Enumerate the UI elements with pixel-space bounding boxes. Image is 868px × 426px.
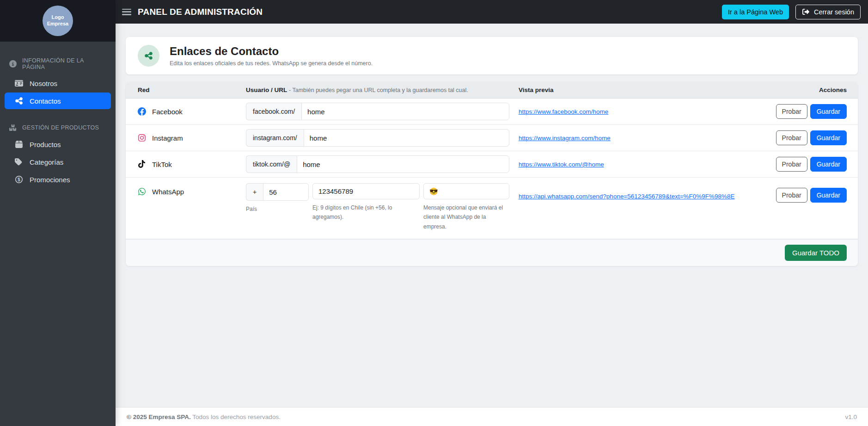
version-label: v1.0: [845, 414, 857, 420]
brand-area: Logo Empresa: [0, 0, 116, 42]
page-header-card: Enlaces de Contacto Edita los enlaces of…: [126, 37, 858, 74]
sidebar-nav: INFORMACIÓN DE LA PÁGINA Nosotros Contac…: [0, 42, 116, 188]
instagram-username-input[interactable]: [304, 129, 509, 147]
facebook-preview-link[interactable]: https://www.facebook.com/home: [519, 108, 608, 115]
message-field: Mensaje opcional que enviará el cliente …: [423, 183, 509, 231]
facebook-guardar-button[interactable]: Guardar: [810, 104, 847, 119]
phone-number-input[interactable]: [312, 183, 420, 199]
network-label: Instagram: [152, 134, 183, 142]
sidebar-item-productos[interactable]: Productos: [5, 136, 111, 153]
col-header-vista-previa: Vista previa: [519, 86, 776, 93]
menu-toggle-icon[interactable]: [122, 9, 131, 15]
section-label: INFORMACIÓN DE LA PÁGINA: [22, 57, 106, 70]
plus-prefix: +: [246, 183, 263, 201]
topbar: PANEL DE ADMINISTRACIÓN Ir a la Página W…: [116, 0, 868, 24]
facebook-url-group: facebook.com/: [246, 103, 509, 120]
network-label: TikTok: [152, 161, 172, 168]
col-header-usuario: Usuario / URL - También puedes pegar una…: [246, 86, 519, 93]
section-gestion-productos: GESTIÓN DE PRODUCTOS: [5, 120, 111, 135]
share-icon-badge: [138, 45, 159, 67]
table-row-facebook: Facebook facebook.com/ https://www.faceb…: [126, 99, 858, 125]
facebook-username-input[interactable]: [301, 103, 509, 120]
whatsapp-probar-button[interactable]: Probar: [776, 188, 807, 203]
app-title: PANEL DE ADMINISTRACIÓN: [138, 7, 715, 17]
sidebar-item-categorias[interactable]: Categorías: [5, 154, 111, 170]
tiktok-preview-link[interactable]: https://www.tiktok.com/@home: [519, 161, 604, 168]
sidebar-item-label: Nosotros: [30, 80, 57, 87]
logout-button[interactable]: Cerrar sesión: [795, 5, 861, 19]
sidebar-item-label: Productos: [30, 141, 61, 148]
share-nodes-icon: [15, 97, 23, 105]
svg-text:$: $: [18, 177, 20, 182]
whatsapp-icon: [138, 187, 146, 196]
instagram-url-group: instagram.com/: [246, 129, 509, 147]
sidebar-item-label: Contactos: [30, 97, 61, 105]
sidebar-item-contactos[interactable]: Contactos: [5, 93, 111, 109]
col-header-acciones: Acciones: [776, 86, 858, 93]
facebook-probar-button[interactable]: Probar: [776, 104, 807, 119]
guardar-todo-button[interactable]: Guardar TODO: [785, 245, 847, 261]
page-footer: © 2025 Empresa SPA. Todos los derechos r…: [116, 407, 868, 426]
section-label: GESTIÓN DE PRODUCTOS: [22, 124, 99, 131]
tiktok-username-input[interactable]: [297, 155, 509, 173]
tiktok-icon: [138, 160, 146, 168]
dollar-circle-icon: $: [15, 175, 23, 184]
tiktok-url-prefix: tiktok.com/@: [246, 155, 297, 173]
tiktok-url-group: tiktok.com/@: [246, 155, 509, 173]
page-subtitle: Edita los enlaces oficiales de tus redes…: [170, 60, 373, 67]
logout-label: Cerrar sesión: [814, 8, 854, 16]
phone-help: Ej: 9 dígitos en Chile (sin +56, lo agre…: [312, 203, 420, 222]
whatsapp-message-input[interactable]: [423, 183, 509, 199]
country-code-input[interactable]: [263, 183, 309, 201]
tag-icon: [15, 158, 23, 166]
tiktok-guardar-button[interactable]: Guardar: [810, 157, 847, 172]
sidebar-item-nosotros[interactable]: Nosotros: [5, 75, 111, 92]
col-header-red: Red: [126, 86, 246, 93]
sidebar-item-label: Promociones: [30, 176, 70, 184]
logo-line1: Logo: [52, 14, 64, 21]
sidebar-item-promociones[interactable]: $ Promociones: [5, 171, 111, 188]
page-title: Enlaces de Contacto: [170, 45, 373, 58]
network-label: WhatsApp: [152, 188, 184, 196]
whatsapp-guardar-button[interactable]: Guardar: [810, 188, 847, 203]
id-card-icon: [15, 79, 23, 87]
company-logo: Logo Empresa: [43, 6, 73, 36]
info-circle-icon: [9, 60, 17, 68]
instagram-guardar-button[interactable]: Guardar: [810, 130, 847, 145]
logo-line2: Empresa: [47, 21, 68, 27]
country-code-help: País: [246, 204, 309, 214]
instagram-preview-link[interactable]: https://www.instagram.com/home: [519, 135, 611, 142]
table-row-instagram: Instagram instagram.com/ https://www.ins…: [126, 125, 858, 151]
box-icon: [15, 140, 23, 148]
table-row-tiktok: TikTok tiktok.com/@ https://www.tiktok.c…: [126, 151, 858, 178]
table-row-whatsapp: WhatsApp + País Ej: 9 dígitos en Chile (…: [126, 178, 858, 239]
facebook-icon: [138, 107, 146, 116]
copyright-text: © 2025 Empresa SPA. Todos los derechos r…: [127, 414, 281, 420]
facebook-url-prefix: facebook.com/: [246, 103, 301, 120]
sidebar: Logo Empresa INFORMACIÓN DE LA PÁGINA No…: [0, 0, 116, 426]
country-code-field: + País: [246, 183, 309, 214]
instagram-icon: [138, 134, 146, 142]
network-label: Facebook: [152, 108, 183, 116]
main-content: Enlaces de Contacto Edita los enlaces of…: [116, 24, 868, 407]
message-help: Mensaje opcional que enviará el cliente …: [423, 203, 509, 231]
share-nodes-icon: [144, 51, 153, 60]
tiktok-probar-button[interactable]: Probar: [776, 157, 807, 172]
usuario-hint: - También puedes pegar una URL completa …: [289, 87, 468, 93]
whatsapp-preview-link[interactable]: https://api.whatsapp.com/send?phone=5612…: [519, 193, 735, 200]
table-header-row: Red Usuario / URL - También puedes pegar…: [126, 82, 858, 99]
logout-icon: [802, 8, 810, 15]
instagram-probar-button[interactable]: Probar: [776, 130, 807, 145]
instagram-url-prefix: instagram.com/: [246, 129, 304, 147]
phone-field: Ej: 9 dígitos en Chile (sin +56, lo agre…: [312, 183, 420, 222]
boxes-stacked-icon: [9, 124, 17, 131]
go-to-website-button[interactable]: Ir a la Página Web: [722, 5, 789, 19]
table-card-footer: Guardar TODO: [126, 239, 858, 266]
contact-links-table: Red Usuario / URL - También puedes pegar…: [126, 82, 858, 266]
section-info-pagina: INFORMACIÓN DE LA PÁGINA: [5, 54, 111, 74]
sidebar-item-label: Categorías: [30, 158, 63, 166]
